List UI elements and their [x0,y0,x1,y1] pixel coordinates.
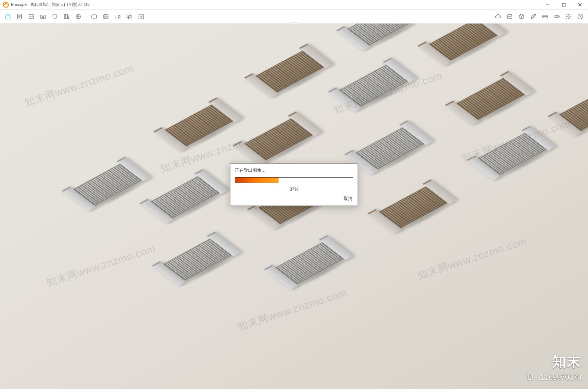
toolbar-group-left: BIM [2,11,84,22]
svg-rect-12 [66,14,68,19]
titlebar: Enscape - 现代庭院门 院落大门 别墅大门13 [0,0,588,10]
gate-model [233,111,323,166]
window-maximize-button[interactable] [556,0,572,10]
image-icon[interactable] [100,11,111,22]
export-progress-dialog: 正在导出图像… 37% 取消 [230,163,358,206]
window-minimize-button[interactable] [539,0,556,10]
watermark-text: 知末网www.znzmo.com [416,234,529,283]
globe-icon[interactable] [73,11,84,22]
camera-icon[interactable] [37,11,49,22]
batch-export-icon[interactable] [124,11,135,22]
dialog-title: 正在导出图像… [230,164,358,176]
toolbar-separator [86,13,86,21]
watermark-text: 知末网www.znzmo.com [23,61,136,110]
settings-icon[interactable] [563,11,574,22]
gate-model [368,179,457,234]
image2-icon[interactable] [504,11,515,22]
home-icon[interactable] [2,11,13,22]
gate-model [445,71,535,125]
gate-model [336,24,426,51]
svg-point-24 [546,16,547,17]
svg-text:BIM: BIM [29,15,33,18]
leaf-icon[interactable] [528,11,539,22]
gate-model [140,169,229,224]
svg-point-28 [580,18,580,18]
svg-rect-9 [40,15,46,18]
gate-model [328,58,417,112]
svg-point-23 [544,16,545,17]
gate-model [548,82,588,136]
svg-rect-2 [562,3,565,6]
gate-model [153,97,243,152]
gate-model [417,24,507,66]
brand-text: 知末 [526,352,581,371]
bim-icon[interactable]: BIM [26,11,37,22]
gate-model [62,157,151,211]
eye-icon[interactable] [551,11,562,22]
toolbar-group-export [89,11,147,22]
gate-model [467,126,556,180]
shield-icon[interactable] [49,11,60,22]
cube-icon[interactable] [516,11,527,22]
svg-rect-11 [64,14,66,19]
app-icon [3,2,9,8]
gate-model [244,44,334,98]
svg-rect-13 [67,15,69,19]
video-export-icon[interactable] [112,11,123,22]
help-icon[interactable] [575,11,586,22]
svg-point-26 [568,15,570,17]
cancel-button[interactable]: 取消 [344,196,352,202]
render-viewport[interactable]: 知末网www.znzmo.com知末网www.znzmo.com知末网www.z… [0,24,588,389]
corner-brand: 知末 ID：1169970378 [526,352,581,382]
progress-bar-fill [235,178,279,183]
svg-point-16 [105,15,105,16]
asset-id: ID：1169970378 [526,372,581,382]
svg-rect-21 [508,14,512,18]
window-close-button[interactable] [572,0,588,10]
svg-rect-17 [115,15,119,18]
window-title: Enscape - 现代庭院门 院落大门 别墅大门13 [11,2,90,7]
vr-icon[interactable] [539,11,551,22]
export-settings-icon[interactable] [136,11,147,22]
gate-model [152,232,241,286]
document-icon[interactable] [14,11,25,22]
svg-point-10 [42,16,44,18]
main-toolbar: BIM ▲ [0,10,588,24]
gate-model [264,235,354,290]
toolbar-group-right [492,11,586,22]
svg-point-25 [556,16,557,17]
library-icon[interactable] [61,11,72,22]
progress-percent-label: 37% [230,185,358,196]
panorama-icon[interactable] [89,11,100,22]
cloud-sync-icon[interactable] [492,11,503,22]
progress-bar [235,177,353,183]
